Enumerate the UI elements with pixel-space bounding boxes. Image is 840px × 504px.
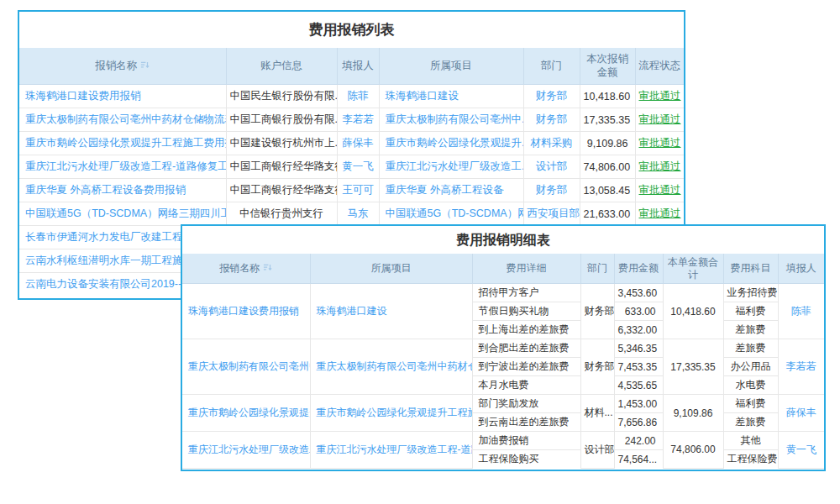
column-header[interactable]: 报销名称 xyxy=(182,254,310,284)
person-link[interactable]: 陈菲 xyxy=(337,85,379,108)
project-link[interactable]: 重庆市鹅岭公园绿化景观提升工程施工 xyxy=(310,395,472,432)
dept-cell: 设计部 xyxy=(580,432,614,469)
column-header: 本单金额合计 xyxy=(663,254,723,284)
status-link[interactable]: 审批通过 xyxy=(635,85,684,108)
detail-row: 重庆太极制药有限公司亳州中药材重庆太极制药有限公司亳州中药材仓储物流到合肥出差的… xyxy=(182,339,824,358)
expense-amount-cell: 6,332.00 xyxy=(614,321,663,339)
dept-cell: 材料... xyxy=(580,395,614,432)
status-link[interactable]: 审批通过 xyxy=(635,179,684,202)
category-cell: 其他 xyxy=(723,432,778,450)
sort-icon[interactable] xyxy=(263,263,272,272)
dept-link[interactable]: 财务部 xyxy=(523,85,580,108)
project-link[interactable]: 重庆太极制药有限公司亳州中... xyxy=(379,108,523,132)
reimb-name-link[interactable]: 重庆市鹅岭公园绿化景观提升工程施工费用报销 xyxy=(19,132,226,155)
column-header: 部门 xyxy=(580,254,614,284)
column-header-label: 部门 xyxy=(541,60,562,71)
column-header: 费用金额 xyxy=(614,254,663,284)
dept-link[interactable]: 设计部 xyxy=(523,155,580,179)
expense-detail-cell: 到云南出差的差旅费 xyxy=(472,413,580,432)
column-header-label: 费用详细 xyxy=(507,262,547,274)
person-link[interactable]: 李若若 xyxy=(337,108,379,132)
dept-cell: 财务部 xyxy=(580,339,614,395)
column-header: 费用详细 xyxy=(472,254,580,284)
column-header-label: 账户信息 xyxy=(260,60,302,71)
column-header: 所属项目 xyxy=(379,48,523,85)
amount-cell: 21,633.00 xyxy=(580,202,635,226)
dept-link[interactable]: 财务部 xyxy=(523,179,580,202)
column-header-label: 费用科目 xyxy=(731,262,771,274)
expense-detail-cell: 到合肥出差的差旅费 xyxy=(472,339,580,358)
column-header-label: 填报人 xyxy=(786,262,816,274)
list-row: 重庆太极制药有限公司亳州中药材仓储物流基地项...中国工商银行股份有限...李若… xyxy=(19,108,684,132)
reimb-name-link[interactable]: 重庆市鹅岭公园绿化景观提升工程 xyxy=(182,395,310,432)
expense-amount-cell: 242.00 xyxy=(614,432,663,450)
dept-link[interactable]: 西安项目部 xyxy=(523,202,580,226)
reimb-name-link[interactable]: 重庆江北污水处理厂级改造工程- xyxy=(182,432,310,469)
amount-cell: 17,335.35 xyxy=(580,108,635,132)
person-link[interactable]: 王可可 xyxy=(337,179,379,202)
expense-amount-cell: 74,564... xyxy=(614,450,663,469)
reimb-name-link[interactable]: 中国联通5G（TD-SCDMA）网络三期四川工程费... xyxy=(19,202,226,226)
dept-link[interactable]: 材料采购 xyxy=(523,132,580,155)
person-link[interactable]: 李若若 xyxy=(778,339,824,395)
list-header-row: 报销名称账户信息填报人所属项目部门本次报销金额流程状态 xyxy=(19,48,684,85)
account-cell: 中国工商银行经华路支行 xyxy=(226,155,337,179)
column-header-label: 报销名称 xyxy=(95,60,137,71)
list-row: 重庆市鹅岭公园绿化景观提升工程施工费用报销中国建设银行杭州市上...薛保丰重庆市… xyxy=(19,132,684,155)
expense-detail-cell: 到上海出差的差旅费 xyxy=(472,321,580,339)
person-link[interactable]: 陈菲 xyxy=(778,284,824,339)
person-link[interactable]: 马东 xyxy=(337,202,379,226)
person-link[interactable]: 黄一飞 xyxy=(778,432,824,469)
project-link[interactable]: 重庆太极制药有限公司亳州中药材仓储物流 xyxy=(310,339,472,395)
project-link[interactable]: 中国联通5G（TD-SCDMA）网... xyxy=(379,202,523,226)
category-cell: 业务招待费 xyxy=(723,284,778,302)
person-link[interactable]: 黄一飞 xyxy=(337,155,379,179)
expense-detail-cell: 本月水电费 xyxy=(472,376,580,395)
reimb-name-link[interactable]: 珠海鹤港口建设费用报销 xyxy=(182,284,310,339)
category-cell: 差旅费 xyxy=(723,339,778,358)
list-row: 中国联通5G（TD-SCDMA）网络三期四川工程费...中信银行贵州支行马东中国… xyxy=(19,202,684,226)
dept-cell: 财务部 xyxy=(580,284,614,339)
status-link[interactable]: 审批通过 xyxy=(635,202,684,226)
expense-amount-cell: 1,453.00 xyxy=(614,395,663,413)
category-cell: 差旅费 xyxy=(723,321,778,339)
person-link[interactable]: 薛保丰 xyxy=(337,132,379,155)
project-link[interactable]: 珠海鹤港口建设 xyxy=(379,85,523,108)
reimb-name-link[interactable]: 珠海鹤港口建设费用报销 xyxy=(19,85,226,108)
list-table-title: 费用报销列表 xyxy=(19,12,684,48)
project-link[interactable]: 重庆市鹅岭公园绿化景观提升... xyxy=(379,132,523,155)
amount-cell: 13,058.45 xyxy=(580,179,635,202)
category-cell: 福利费 xyxy=(723,395,778,413)
project-link[interactable]: 重庆江北污水处理厂级改造工程-道路修复工 xyxy=(310,432,472,469)
expense-amount-cell: 633.00 xyxy=(614,302,663,321)
account-cell: 中国建设银行杭州市上... xyxy=(226,132,337,155)
account-cell: 中国民生银行股份有限... xyxy=(226,85,337,108)
column-header[interactable]: 报销名称 xyxy=(19,48,226,85)
expense-amount-cell: 4,535.65 xyxy=(614,376,663,395)
project-link[interactable]: 重庆江北污水处理厂级改造工... xyxy=(379,155,523,179)
amount-cell: 10,418.60 xyxy=(580,85,635,108)
expense-amount-cell: 3,453.60 xyxy=(614,284,663,302)
column-header-label: 填报人 xyxy=(342,60,374,71)
status-link[interactable]: 审批通过 xyxy=(635,155,684,179)
amount-cell: 9,109.86 xyxy=(580,132,635,155)
detail-row: 重庆江北污水处理厂级改造工程-重庆江北污水处理厂级改造工程-道路修复工加油费报销… xyxy=(182,432,824,450)
column-header-label: 所属项目 xyxy=(371,262,412,274)
expense-detail-cell: 加油费报销 xyxy=(472,432,580,450)
reimb-name-link[interactable]: 重庆华夏 外高桥工程设备费用报销 xyxy=(19,179,226,202)
sort-icon[interactable] xyxy=(140,60,150,70)
expense-detail-table: 报销名称所属项目费用详细部门费用金额本单金额合计费用科目填报人珠海鹤港口建设费用… xyxy=(182,254,824,469)
person-link[interactable]: 薛保丰 xyxy=(778,395,824,432)
project-link[interactable]: 重庆华夏 外高桥工程设备 xyxy=(379,179,523,202)
expense-detail-cell: 工程保险购买 xyxy=(472,450,580,469)
status-link[interactable]: 审批通过 xyxy=(635,132,684,155)
reimb-name-link[interactable]: 重庆太极制药有限公司亳州中药材 xyxy=(182,339,310,395)
reimb-name-link[interactable]: 重庆江北污水处理厂级改造工程-道路修复工程费用... xyxy=(19,155,226,179)
project-link[interactable]: 珠海鹤港口建设 xyxy=(310,284,472,339)
column-header: 费用科目 xyxy=(723,254,778,284)
status-link[interactable]: 审批通过 xyxy=(635,108,684,132)
column-header-label: 本单金额合计 xyxy=(668,256,718,281)
list-row: 珠海鹤港口建设费用报销中国民生银行股份有限...陈菲珠海鹤港口建设财务部10,4… xyxy=(19,85,684,108)
reimb-name-link[interactable]: 重庆太极制药有限公司亳州中药材仓储物流基地项... xyxy=(19,108,226,132)
dept-link[interactable]: 财务部 xyxy=(523,108,580,132)
